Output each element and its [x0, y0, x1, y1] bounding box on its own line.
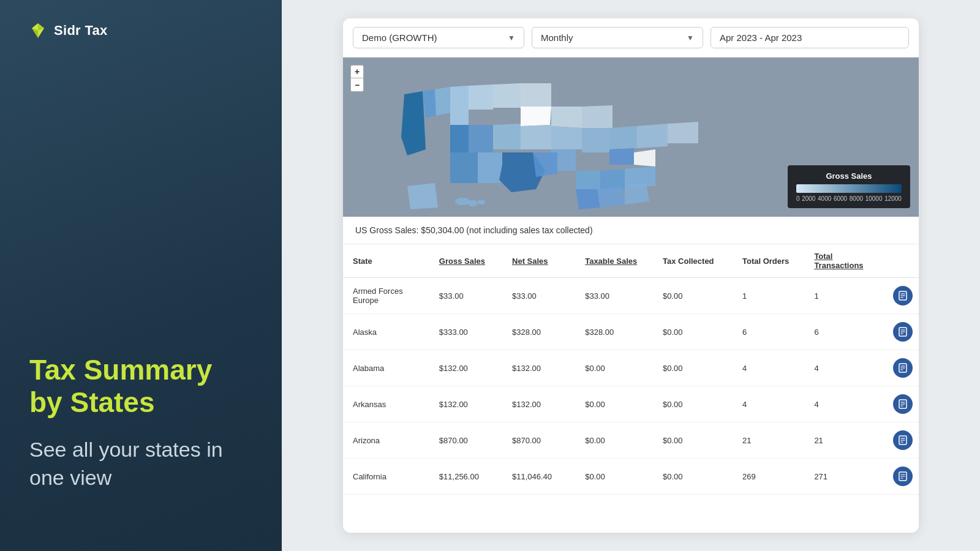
svg-marker-16 — [450, 152, 478, 183]
cell-total-orders-2: 4 — [733, 350, 804, 386]
cell-state-0: Armed Forces Europe — [343, 278, 429, 314]
svg-marker-31 — [576, 189, 600, 209]
cell-total-orders-5: 269 — [733, 459, 804, 495]
svg-marker-7 — [450, 86, 469, 125]
cell-state-5: California — [343, 459, 429, 495]
svg-marker-30 — [625, 167, 655, 186]
cell-net-sales-3: $132.00 — [502, 386, 575, 422]
svg-marker-20 — [582, 105, 612, 128]
account-dropdown[interactable]: Demo (GROWTH) ▼ — [353, 27, 524, 48]
cell-total-transactions-1: 6 — [804, 314, 879, 350]
cell-net-sales-5: $11,046.40 — [502, 459, 575, 495]
map-legend: Gross Sales 0 2000 4000 6000 8000 10000 … — [788, 165, 910, 208]
cell-action-3 — [879, 386, 919, 422]
legend-label-2000: 2000 — [802, 195, 815, 202]
logo-text: Sidr Tax — [54, 23, 108, 39]
svg-marker-24 — [533, 152, 557, 177]
col-header-tax-collected: Tax Collected — [653, 244, 733, 278]
gross-sales-summary: US Gross Sales: $50,304.00 (not includin… — [343, 217, 919, 244]
cell-taxable-sales-2: $0.00 — [575, 350, 653, 386]
cell-taxable-sales-4: $0.00 — [575, 422, 653, 459]
svg-marker-4 — [401, 91, 426, 156]
cell-gross-sales-5: $11,256.00 — [429, 459, 502, 495]
svg-marker-6 — [435, 87, 450, 116]
svg-marker-10 — [521, 83, 551, 107]
date-range-label: Apr 2023 - Apr 2023 — [720, 32, 802, 43]
svg-marker-32 — [597, 186, 625, 208]
svg-marker-14 — [493, 124, 521, 149]
cell-action-1 — [879, 314, 919, 350]
states-table-container[interactable]: State Gross Sales Net Sales Taxable Sale… — [343, 244, 919, 533]
period-dropdown[interactable]: Monthly ▼ — [532, 27, 703, 48]
cell-taxable-sales-5: $0.00 — [575, 459, 653, 495]
cell-total-orders-4: 21 — [733, 422, 804, 459]
cell-gross-sales-0: $33.00 — [429, 278, 502, 314]
svg-marker-29 — [600, 169, 625, 189]
document-button-5[interactable] — [893, 467, 913, 486]
cell-action-5 — [879, 459, 919, 495]
cell-state-2: Alabama — [343, 350, 429, 386]
cell-state-1: Alaska — [343, 314, 429, 350]
document-button-0[interactable] — [893, 286, 913, 305]
svg-marker-36 — [407, 183, 438, 209]
legend-label-8000: 8000 — [850, 195, 863, 202]
col-header-gross-sales: Gross Sales — [429, 244, 502, 278]
table-header: State Gross Sales Net Sales Taxable Sale… — [343, 244, 919, 278]
sidr-logo-icon — [29, 22, 47, 39]
cell-tax-collected-2: $0.00 — [653, 350, 733, 386]
legend-title: Gross Sales — [796, 171, 902, 181]
document-button-2[interactable] — [893, 358, 913, 378]
svg-marker-15 — [521, 125, 551, 149]
document-button-4[interactable] — [893, 430, 913, 450]
svg-marker-35 — [609, 148, 634, 165]
table-body: Armed Forces Europe $33.00 $33.00 $33.00… — [343, 278, 919, 495]
cell-total-transactions-4: 21 — [804, 422, 879, 459]
svg-marker-22 — [582, 128, 609, 152]
svg-marker-9 — [493, 83, 521, 108]
document-button-3[interactable] — [893, 394, 913, 414]
svg-point-38 — [468, 200, 478, 206]
cell-total-transactions-2: 4 — [804, 350, 879, 386]
date-range-picker[interactable]: Apr 2023 - Apr 2023 — [710, 27, 909, 48]
svg-marker-33 — [625, 183, 649, 204]
cell-total-transactions-3: 4 — [804, 386, 879, 422]
cell-gross-sales-1: $333.00 — [429, 314, 502, 350]
col-header-action — [879, 244, 919, 278]
cell-taxable-sales-0: $33.00 — [575, 278, 653, 314]
svg-marker-19 — [551, 107, 582, 128]
legend-label-0: 0 — [796, 195, 800, 202]
cell-gross-sales-4: $870.00 — [429, 422, 502, 459]
cell-net-sales-4: $870.00 — [502, 422, 575, 459]
zoom-in-button[interactable]: + — [350, 65, 364, 78]
svg-marker-17 — [478, 152, 502, 183]
sidebar-content: Tax Summary by States See all your state… — [29, 354, 252, 529]
col-header-net-sales: Net Sales — [502, 244, 575, 278]
cell-net-sales-2: $132.00 — [502, 350, 575, 386]
legend-label-6000: 6000 — [834, 195, 847, 202]
col-header-taxable-sales: Taxable Sales — [575, 244, 653, 278]
legend-label-12000: 12000 — [884, 195, 902, 202]
gross-sales-text: US Gross Sales: $50,304.00 (not includin… — [355, 225, 593, 235]
cell-action-0 — [879, 278, 919, 314]
cell-taxable-sales-3: $0.00 — [575, 386, 653, 422]
cell-tax-collected-3: $0.00 — [653, 386, 733, 422]
svg-marker-13 — [469, 125, 493, 152]
svg-marker-8 — [469, 84, 493, 110]
svg-point-39 — [478, 200, 485, 204]
col-header-total-transactions: TotalTransactions — [804, 244, 879, 278]
cell-tax-collected-4: $0.00 — [653, 422, 733, 459]
cell-total-orders-0: 1 — [733, 278, 804, 314]
document-button-1[interactable] — [893, 322, 913, 342]
cell-state-3: Arkansas — [343, 386, 429, 422]
main-area: Demo (GROWTH) ▼ Monthly ▼ Apr 2023 - Apr… — [282, 0, 980, 551]
table-row: Arizona $870.00 $870.00 $0.00 $0.00 21 2… — [343, 422, 919, 459]
legend-label-4000: 4000 — [818, 195, 831, 202]
zoom-out-button[interactable]: − — [350, 78, 364, 92]
legend-label-10000: 10000 — [865, 195, 883, 202]
svg-point-37 — [455, 198, 470, 205]
main-card: Demo (GROWTH) ▼ Monthly ▼ Apr 2023 - Apr… — [343, 18, 919, 533]
states-table: State Gross Sales Net Sales Taxable Sale… — [343, 244, 919, 495]
table-row: Alabama $132.00 $132.00 $0.00 $0.00 4 4 — [343, 350, 919, 386]
svg-marker-11 — [521, 107, 551, 126]
page-title: Tax Summary by States — [29, 354, 252, 419]
